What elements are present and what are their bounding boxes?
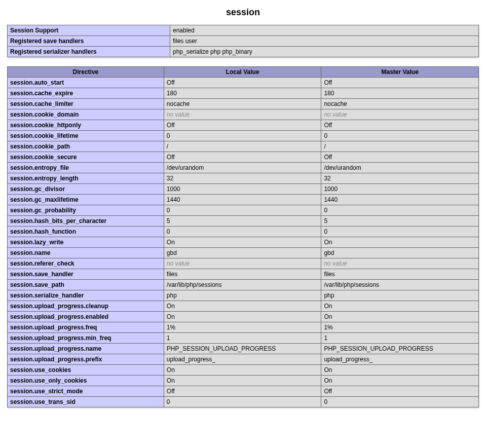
directive-name: session.upload_progress.freq (8, 322, 164, 333)
directive-value: php (164, 290, 321, 301)
col-master: Master Value (321, 67, 479, 78)
col-directive: Directive (8, 67, 164, 78)
directive-value: On (321, 376, 479, 386)
info-value: files user (170, 36, 479, 47)
directive-value: /dev/urandom (164, 163, 321, 173)
no-value: no value (167, 111, 190, 118)
directive-name: session.gc_divisor (8, 184, 164, 195)
directive-value: 1 (164, 333, 321, 344)
directive-value: Off (321, 120, 479, 131)
directive-value: / (164, 141, 321, 152)
directive-name: session.cookie_httponly (8, 120, 164, 131)
directive-value: 1000 (164, 184, 321, 195)
directive-value: 0 (321, 131, 479, 141)
directive-value: On (164, 376, 321, 386)
directive-row: session.upload_progress.namePHP_SESSION_… (8, 344, 479, 354)
directive-value: 32 (164, 173, 321, 184)
directive-name: session.upload_progress.prefix (8, 354, 164, 365)
directive-value: PHP_SESSION_UPLOAD_PROGRESS (321, 344, 479, 354)
no-value: no value (167, 260, 190, 267)
directive-name: session.hash_bits_per_character (8, 216, 164, 227)
directive-value: upload_progress_ (321, 354, 479, 365)
directive-value: Off (321, 78, 479, 88)
directive-row: session.use_only_cookiesOnOn (8, 376, 479, 386)
directive-value: nocache (321, 99, 479, 109)
directive-row: session.use_cookiesOnOn (8, 365, 479, 376)
directive-row: session.lazy_writeOnOn (8, 237, 479, 248)
directive-value: /dev/urandom (321, 163, 479, 173)
directive-value: /var/lib/php/sessions (321, 280, 479, 290)
directive-name: session.use_strict_mode (8, 386, 164, 397)
directive-value: /var/lib/php/sessions (164, 280, 321, 290)
directive-row: session.serialize_handlerphpphp (8, 290, 479, 301)
directive-row: session.save_handlerfilesfiles (8, 269, 479, 280)
directive-name: session.upload_progress.enabled (8, 312, 164, 322)
directive-value: Off (164, 152, 321, 163)
col-local: Local Value (164, 67, 321, 78)
directive-name: session.save_handler (8, 269, 164, 280)
directive-row: session.upload_progress.cleanupOnOn (8, 301, 479, 312)
directive-name: session.entropy_length (8, 173, 164, 184)
directive-value: 32 (321, 173, 479, 184)
info-label: Registered serializer handlers (8, 47, 170, 57)
directive-name: session.cache_limiter (8, 99, 164, 109)
directive-name: session.cookie_path (8, 141, 164, 152)
directive-value: 5 (164, 216, 321, 227)
directive-value: 0 (164, 227, 321, 237)
directive-name: session.use_cookies (8, 365, 164, 376)
directive-value: no value (164, 109, 321, 120)
directive-value: 0 (164, 397, 321, 407)
directive-value: Off (321, 386, 479, 397)
directive-value: files (164, 269, 321, 280)
directive-name: session.upload_progress.name (8, 344, 164, 354)
directive-row: session.use_trans_sid00 (8, 397, 479, 407)
directive-name: session.gc_maxlifetime (8, 195, 164, 205)
info-row: Registered serializer handlersphp_serial… (8, 47, 479, 57)
directive-name: session.use_trans_sid (8, 397, 164, 407)
directive-name: session.cookie_lifetime (8, 131, 164, 141)
section-title: session (7, 7, 479, 18)
directive-row: session.auto_startOffOff (8, 78, 479, 88)
directive-name: session.use_only_cookies (8, 376, 164, 386)
directive-name: session.name (8, 248, 164, 258)
directive-value: On (164, 312, 321, 322)
directive-row: session.upload_progress.enabledOnOn (8, 312, 479, 322)
directive-value: 180 (164, 88, 321, 99)
directive-value: On (321, 237, 479, 248)
directive-value: 1 (321, 333, 479, 344)
directive-row: session.save_path/var/lib/php/sessions/v… (8, 280, 479, 290)
directive-row: session.entropy_length3232 (8, 173, 479, 184)
directive-row: session.gc_divisor10001000 (8, 184, 479, 195)
directive-value: 0 (321, 227, 479, 237)
directive-value: no value (321, 109, 479, 120)
no-value: no value (324, 260, 347, 267)
directive-row: session.gc_probability00 (8, 205, 479, 216)
directive-value: 1440 (321, 195, 479, 205)
directive-value: On (164, 237, 321, 248)
directive-row: session.use_strict_modeOffOff (8, 386, 479, 397)
info-row: Registered save handlersfiles user (8, 36, 479, 47)
directive-value: 0 (321, 397, 479, 407)
directive-value: 0 (164, 131, 321, 141)
directive-name: session.cookie_domain (8, 109, 164, 120)
directive-value: 5 (321, 216, 479, 227)
directive-value: no value (164, 258, 321, 269)
directive-value: On (321, 365, 479, 376)
directive-row: session.hash_bits_per_character55 (8, 216, 479, 227)
directive-value: 1000 (321, 184, 479, 195)
directive-row: session.gc_maxlifetime14401440 (8, 195, 479, 205)
info-value: enabled (170, 25, 479, 36)
directive-name: session.cache_expire (8, 88, 164, 99)
directive-value: On (321, 312, 479, 322)
directive-value: 0 (164, 205, 321, 216)
directive-row: session.referer_checkno valueno value (8, 258, 479, 269)
directive-value: upload_progress_ (164, 354, 321, 365)
directive-value: 1% (164, 322, 321, 333)
directive-value: nocache (164, 99, 321, 109)
directive-row: session.entropy_file/dev/urandom/dev/ura… (8, 163, 479, 173)
directive-value: php (321, 290, 479, 301)
directive-value: gbd (321, 248, 479, 258)
directive-name: session.hash_function (8, 227, 164, 237)
directive-row: session.cache_expire180180 (8, 88, 479, 99)
directive-row: session.upload_progress.min_freq11 (8, 333, 479, 344)
